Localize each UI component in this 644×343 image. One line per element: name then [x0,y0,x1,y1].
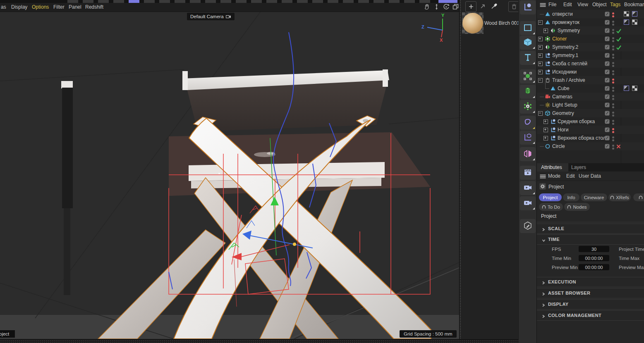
expand-icon[interactable] [538,37,543,41]
object-name[interactable]: Средняя сборка [558,119,595,124]
clipped-toolbar-button[interactable] [159,0,170,3]
tree-row[interactable]: Cube [537,84,644,93]
edit-toggle-icon[interactable] [605,144,610,150]
tree-row[interactable]: промежуток [537,18,644,26]
edit-toggle-icon[interactable] [605,111,610,117]
edit-toggle-icon[interactable] [605,12,610,18]
timeline-grip-strip[interactable] [0,339,518,343]
tree-row[interactable]: Circle [537,142,644,150]
layer-tag-icon[interactable] [624,86,629,92]
visibility-dot[interactable] [612,81,614,83]
attributes-menu-mode[interactable]: Mode [548,173,560,179]
visibility-dot[interactable] [612,98,614,100]
clipped-toolbar-button[interactable] [373,0,384,3]
attributes-menu-user-data[interactable]: User Data [579,173,601,179]
edit-toggle-icon[interactable] [605,136,610,142]
visibility-dot[interactable] [612,131,614,133]
clipped-toolbar-button[interactable] [358,0,369,3]
visibility-dot[interactable] [612,29,614,31]
fps-input[interactable]: 30 [579,246,609,252]
attributes-hamburger-icon[interactable] [539,174,546,181]
visibility-dot[interactable] [612,79,614,81]
visibility-dot[interactable] [612,65,614,67]
collapse-icon[interactable] [538,20,543,25]
visibility-dot[interactable] [612,24,614,26]
tree-row[interactable]: Ноги [537,126,644,134]
visibility-dot[interactable] [612,48,614,50]
expand-icon[interactable] [538,62,543,66]
edit-toggle-icon[interactable] [605,53,610,59]
expand-icon[interactable] [538,45,543,50]
clipped-toolbar-button[interactable] [282,0,292,3]
attr-tab-xrefs[interactable]: XRefs [608,193,631,201]
annotate-tool[interactable] [520,219,536,233]
object-menu-view[interactable]: View [577,2,588,7]
clipped-toolbar-button[interactable] [129,0,139,3]
clipped-toolbar-button[interactable] [404,0,415,3]
clipped-toolbar-button[interactable] [98,0,109,3]
object-name[interactable]: отверсти [552,11,573,17]
enabled-check-icon[interactable] [616,28,622,35]
visibility-dot[interactable] [612,70,614,72]
clipped-toolbar-button[interactable] [144,0,155,3]
cube-primitive-tool[interactable] [520,36,536,50]
section-color-management[interactable]: COLOR MANAGEMENT [537,310,644,321]
visibility-dot[interactable] [612,40,614,42]
enabled-check-icon[interactable] [616,45,622,51]
visibility-dot[interactable] [612,123,614,125]
visibility-dot[interactable] [612,87,614,89]
object-name[interactable]: Circle [552,143,565,149]
tree-row[interactable]: Symmetry.1 [537,51,644,60]
edit-toggle-icon[interactable] [605,94,610,100]
edit-toggle-icon[interactable] [605,78,610,84]
axis-gizmo[interactable]: Y Z X [420,12,458,43]
attr-tab-project[interactable]: Project [539,193,562,201]
clipped-toolbar-button[interactable] [205,0,216,3]
send-arrow-icon[interactable] [477,1,488,11]
edit-toggle-icon[interactable] [605,20,610,26]
null-object-tool[interactable] [520,0,536,14]
tree-row[interactable]: Верхняя сборка стола [537,134,644,142]
clipped-toolbar-button[interactable] [343,0,354,3]
orbit-icon[interactable] [443,3,450,10]
render-queue-tool[interactable] [520,166,536,180]
visibility-dot[interactable] [612,114,614,117]
section-asset-browser[interactable]: ASSET BROWSER [537,288,644,298]
tree-row[interactable]: Trash / Archive [537,76,644,84]
tree-row[interactable]: Symmetry.2 [537,43,644,51]
clipped-toolbar-button[interactable] [220,0,231,3]
deformer-tool[interactable] [520,116,536,130]
object-name[interactable]: Symmetry.1 [552,52,578,58]
tree-row[interactable]: Symmetry [537,26,644,35]
tree-row[interactable]: Скоба с петлёй [537,60,644,68]
clipped-toolbar-button[interactable] [389,0,400,3]
tree-row[interactable]: Light Setup [537,101,644,109]
attr-tab-to-do[interactable]: To Do [539,203,563,211]
visibility-dot[interactable] [612,32,614,34]
visibility-dot[interactable] [612,54,614,56]
symmetry-tool[interactable] [520,147,536,161]
clipped-toolbar-button[interactable] [83,0,93,3]
tab-attributes[interactable]: Attributes [537,163,568,172]
viewport-menu-display[interactable]: Display [11,4,27,10]
object-name[interactable]: Cloner [552,36,567,42]
object-name[interactable]: Исходники [552,69,577,75]
visibility-dot[interactable] [612,106,614,108]
clipped-toolbar-button[interactable] [328,0,338,3]
edit-toggle-icon[interactable] [605,36,610,43]
edit-toggle-icon[interactable] [605,61,610,67]
generator-tool[interactable] [520,100,536,114]
visibility-dot[interactable] [612,103,614,105]
object-menu-edit[interactable]: Edit [563,2,572,7]
object-name[interactable]: Ноги [558,127,568,133]
visibility-dot[interactable] [612,73,614,75]
edit-toggle-icon[interactable] [605,102,610,109]
tree-row[interactable]: Cloner [537,35,644,43]
edit-toggle-icon[interactable] [605,69,610,76]
tree-row[interactable]: Cameras [537,93,644,101]
clipped-toolbar-button[interactable] [175,0,185,3]
material-name[interactable]: Wood Birch 001 2 [484,20,519,26]
viewport-menu-as[interactable]: as [1,4,6,10]
camera-label[interactable]: Default Camera [187,13,235,20]
field-tool[interactable] [520,69,536,83]
